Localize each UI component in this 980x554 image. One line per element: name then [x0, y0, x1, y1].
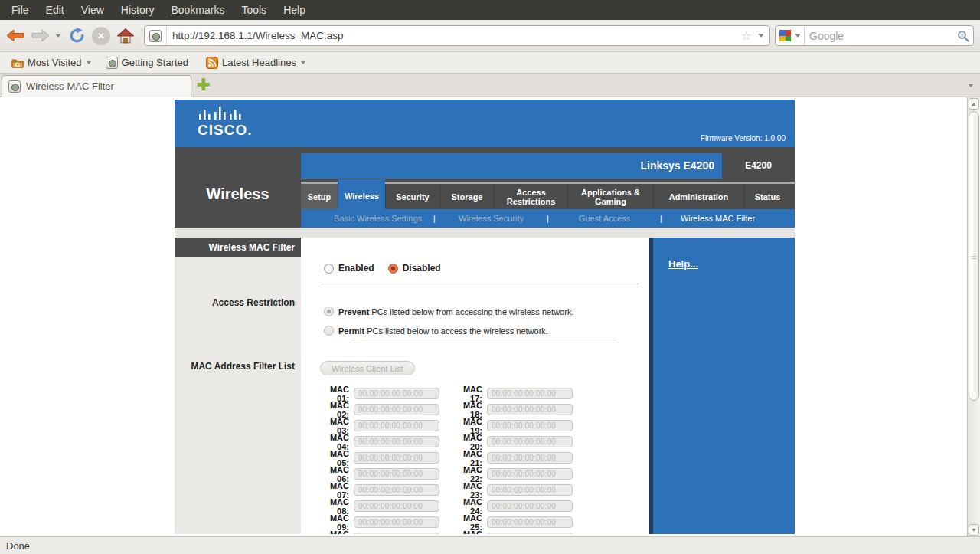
mac-input-mac-08	[354, 500, 439, 512]
router-tab-administration[interactable]: Administration	[653, 184, 743, 209]
menu-item-file[interactable]: File	[3, 0, 38, 20]
mac-input-mac-24	[487, 500, 573, 512]
stop-button[interactable]: ✕	[89, 24, 113, 48]
menu-item-history[interactable]: History	[113, 0, 163, 20]
subnav-link-basic-wireless-settings[interactable]: Basic Wireless Settings	[322, 214, 433, 223]
bookmark-most-visited[interactable]: Most Visited	[5, 54, 99, 71]
permit-radio	[324, 326, 334, 336]
menu-item-help[interactable]: Help	[275, 0, 314, 20]
mac-input-mac-20	[487, 436, 573, 447]
prevent-radio	[324, 307, 334, 316]
home-button[interactable]	[113, 24, 138, 48]
section-title: Wireless	[175, 181, 301, 207]
mac-row: MAC 07:MAC 23:	[316, 482, 573, 498]
subnav-link-guest-access[interactable]: Guest Access	[549, 214, 660, 223]
prevent-label: Prevent	[338, 307, 369, 316]
router-tab-label: Applications & Gaming	[568, 188, 653, 206]
browser-tab[interactable]: Wireless MAC Filter	[2, 75, 191, 97]
triangle-up-icon	[972, 103, 976, 106]
scroll-up-button[interactable]	[969, 98, 979, 110]
mac-input-mac-07	[354, 484, 439, 496]
router-admin-page: CISCO. Firmware Version: 1.0.00 Wireless…	[175, 100, 795, 534]
divider	[175, 228, 795, 238]
stop-icon: ✕	[92, 27, 110, 45]
url-input[interactable]: http://192.168.1.1/Wireless_MAC.asp	[167, 30, 738, 41]
divider	[320, 284, 638, 284]
router-tab-label: Wireless	[345, 192, 379, 201]
router-tab-label: Administration	[669, 192, 729, 202]
bookmark-label: Latest Headlines	[222, 57, 296, 68]
search-input[interactable]	[809, 30, 957, 42]
list-all-tabs-icon[interactable]	[968, 84, 974, 87]
router-tab-access-restrictions[interactable]: Access Restrictions	[494, 184, 567, 209]
router-tab-security[interactable]: Security	[385, 184, 439, 209]
mac-row: MAC 04:MAC 20:	[316, 434, 573, 450]
router-tab-status[interactable]: Status	[743, 184, 791, 209]
permit-option: Permit PCs listed below to access the wi…	[324, 326, 548, 336]
menu-item-view[interactable]: View	[73, 0, 113, 20]
divider	[804, 26, 805, 45]
cisco-logo: CISCO.	[198, 107, 253, 137]
mac-row: MAC 06:MAC 22:	[316, 466, 573, 482]
subnav-link-wireless-mac-filter[interactable]: Wireless MAC Filter	[662, 214, 773, 223]
menu-item-bookmarks[interactable]: Bookmarks	[162, 0, 233, 20]
back-forward-dropdown-icon[interactable]	[55, 34, 61, 38]
mac-input-mac-03	[354, 420, 439, 431]
site-identity[interactable]	[145, 26, 167, 45]
url-dropdown-icon[interactable]	[758, 34, 764, 38]
filter-enable-radios: Enabled Disabled	[324, 263, 455, 274]
mac-row: MAC 09:MAC 25:	[316, 514, 573, 530]
bookmark-getting-started[interactable]: Getting Started	[99, 54, 199, 71]
router-tab-storage[interactable]: Storage	[439, 184, 494, 209]
router-tab-wireless[interactable]: Wireless	[338, 179, 385, 209]
mac-row: MAC 10:MAC 26:	[316, 530, 573, 534]
search-bar[interactable]	[775, 25, 974, 46]
bookmark-star-icon[interactable]: ☆	[738, 30, 755, 42]
router-nav-tabs: SetupWirelessSecurityStorageAccess Restr…	[301, 184, 795, 209]
search-icon[interactable]	[957, 30, 969, 42]
mac-input-mac-01	[354, 388, 439, 399]
tab-bar: Wireless MAC Filter ✚	[0, 73, 980, 97]
mac-row: MAC 02:MAC 18:	[316, 402, 573, 418]
scroll-down-button[interactable]	[969, 524, 979, 536]
back-button[interactable]	[3, 24, 28, 48]
router-tab-label: Status	[755, 192, 781, 202]
mac-label-mac-10: MAC 10:	[316, 529, 349, 535]
page-icon	[106, 57, 118, 69]
vertical-scrollbar[interactable]	[967, 97, 980, 536]
enabled-radio[interactable]	[324, 264, 334, 274]
refresh-button[interactable]	[64, 24, 89, 48]
mac-row: MAC 01:MAC 17:	[316, 385, 573, 402]
router-tab-label: Security	[396, 192, 429, 202]
menu-item-edit[interactable]: Edit	[38, 0, 73, 20]
scrollbar-thumb[interactable]	[969, 111, 979, 401]
router-tab-applications-gaming[interactable]: Applications & Gaming	[567, 184, 653, 209]
product-name: Linksys E4200	[301, 153, 722, 179]
page-viewport: CISCO. Firmware Version: 1.0.00 Wireless…	[0, 97, 980, 536]
wireless-client-list-button: Wireless Client List	[320, 361, 415, 375]
subnav-link-wireless-security[interactable]: Wireless Security	[436, 214, 547, 223]
search-engine-dropdown-icon[interactable]	[795, 34, 801, 38]
disabled-radio[interactable]	[388, 264, 398, 274]
bookmark-latest-headlines[interactable]: Latest Headlines	[199, 54, 313, 71]
forward-button[interactable]	[28, 24, 52, 48]
disabled-label: Disabled	[403, 263, 441, 274]
mac-input-mac-23	[487, 484, 573, 496]
home-icon	[117, 28, 134, 44]
mac-input-mac-19	[487, 420, 573, 431]
router-banner: Wireless Linksys E4200 E4200 SetupWirele…	[175, 147, 795, 228]
rss-icon	[206, 57, 218, 69]
url-bar[interactable]: http://192.168.1.1/Wireless_MAC.asp ☆	[144, 25, 770, 46]
sidebar-label-mac-address-filter-list: MAC Address Filter List	[175, 361, 295, 372]
bookmark-label: Getting Started	[122, 57, 188, 68]
menu-bar: FileEditViewHistoryBookmarksToolsHelp	[0, 0, 980, 20]
menu-item-tools[interactable]: Tools	[233, 0, 275, 20]
router-tab-setup[interactable]: Setup	[301, 184, 338, 209]
folder-icon	[11, 57, 24, 69]
new-tab-button[interactable]: ✚	[197, 75, 211, 95]
help-link[interactable]: Help...	[668, 258, 698, 270]
search-engine-icon	[779, 30, 791, 41]
status-bar: Done	[0, 536, 980, 554]
bookmarks-toolbar: Most VisitedGetting StartedLatest Headli…	[0, 52, 980, 73]
mac-input-mac-17	[487, 388, 573, 399]
